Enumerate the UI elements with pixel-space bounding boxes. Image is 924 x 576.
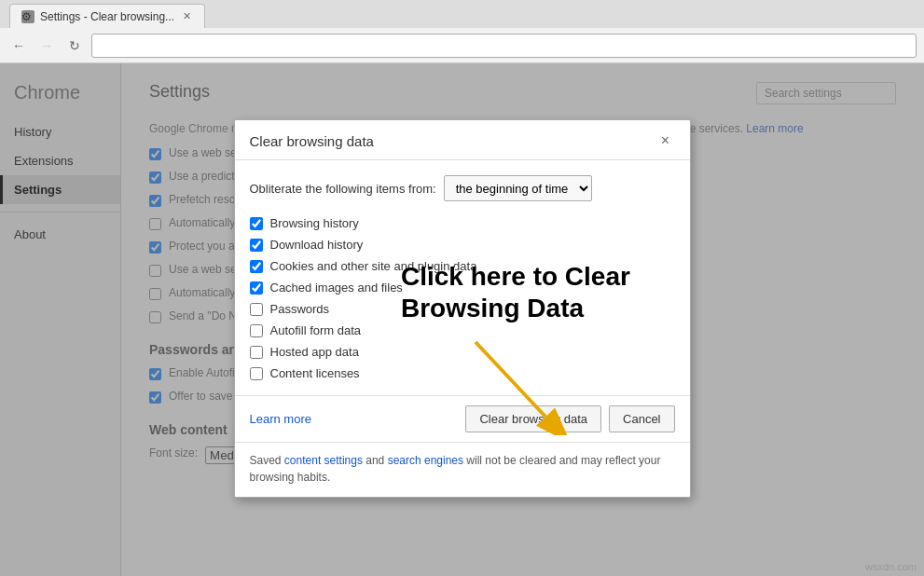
modal-footer: Learn more Clear browsing data Cancel <box>235 395 690 442</box>
tab-label: Settings - Clear browsing... <box>40 10 174 23</box>
modal-header: Clear browsing data × <box>235 120 690 160</box>
checkbox-item-5: Autofill form data <box>250 323 675 337</box>
modal-overlay: Clear browsing data × Obliterate the fol… <box>0 63 924 576</box>
checkbox-item-0: Browsing history <box>250 216 675 230</box>
modal-body: Obliterate the following items from: the… <box>235 160 690 395</box>
back-button[interactable]: ← <box>7 34 30 57</box>
nav-bar: ← → ↻ chrome://settings/clearBrowserData <box>0 28 924 63</box>
modal-footer-left: Learn more <box>250 412 311 426</box>
clear-browsing-data-button[interactable]: Clear browsing data <box>465 405 601 432</box>
modal-checkbox-label-7[interactable]: Content licenses <box>270 366 360 380</box>
active-tab[interactable]: ⚙ Settings - Clear browsing... ✕ <box>9 4 205 28</box>
checkbox-item-3: Cached images and files <box>250 281 675 295</box>
forward-button[interactable]: → <box>35 34 58 57</box>
tab-favicon: ⚙ <box>21 10 34 23</box>
modal-checkbox-0[interactable] <box>250 217 263 230</box>
address-bar[interactable]: chrome://settings/clearBrowserData <box>91 34 917 58</box>
modal-checkbox-1[interactable] <box>250 239 263 252</box>
modal-checkbox-4[interactable] <box>250 303 263 316</box>
modal-checkbox-2[interactable] <box>250 260 263 273</box>
modal-checkbox-6[interactable] <box>250 346 263 359</box>
modal-checkbox-label-5[interactable]: Autofill form data <box>270 323 362 337</box>
time-range-select[interactable]: the past hourthe past daythe past weekth… <box>444 175 592 201</box>
modal-checkbox-label-1[interactable]: Download history <box>270 238 364 252</box>
modal-checkbox-label-3[interactable]: Cached images and files <box>270 281 403 295</box>
modal-note: Saved content settings and search engine… <box>235 442 690 497</box>
browser-frame: ⚙ Settings - Clear browsing... ✕ ← → ↻ c… <box>0 0 924 576</box>
cancel-button[interactable]: Cancel <box>609 405 674 432</box>
content-area: Chrome History Extensions Settings About… <box>0 63 924 576</box>
search-engines-link[interactable]: search engines <box>388 454 463 467</box>
modal-footer-right: Clear browsing data Cancel <box>465 405 674 432</box>
checkbox-item-6: Hosted app data <box>250 345 675 359</box>
obliterate-row: Obliterate the following items from: the… <box>250 175 675 201</box>
content-settings-link[interactable]: content settings <box>284 454 363 467</box>
modal-checkbox-7[interactable] <box>250 367 263 380</box>
tab-bar: ⚙ Settings - Clear browsing... ✕ <box>0 0 924 28</box>
modal-checkbox-5[interactable] <box>250 324 263 337</box>
modal-close-button[interactable]: × <box>656 131 675 150</box>
checkbox-item-2: Cookies and other site and plugin data <box>250 259 675 273</box>
checkbox-item-4: Passwords <box>250 302 675 316</box>
tab-close-button[interactable]: ✕ <box>180 10 193 23</box>
modal-learn-more-link[interactable]: Learn more <box>250 412 311 426</box>
modal-checkbox-label-2[interactable]: Cookies and other site and plugin data <box>270 259 477 273</box>
clear-browsing-data-modal: Clear browsing data × Obliterate the fol… <box>234 119 691 498</box>
checkbox-item-1: Download history <box>250 238 675 252</box>
watermark: wsxdn.com <box>865 561 917 572</box>
checkbox-list: Browsing history Download history Cookie… <box>250 216 675 380</box>
checkbox-item-7: Content licenses <box>250 366 675 380</box>
modal-checkbox-label-4[interactable]: Passwords <box>270 302 330 316</box>
modal-checkbox-label-0[interactable]: Browsing history <box>270 216 359 230</box>
obliterate-label: Obliterate the following items from: <box>250 182 436 196</box>
modal-checkbox-3[interactable] <box>250 281 263 295</box>
modal-checkbox-label-6[interactable]: Hosted app data <box>270 345 359 359</box>
reload-button[interactable]: ↻ <box>63 34 86 57</box>
modal-title: Clear browsing data <box>250 133 374 149</box>
